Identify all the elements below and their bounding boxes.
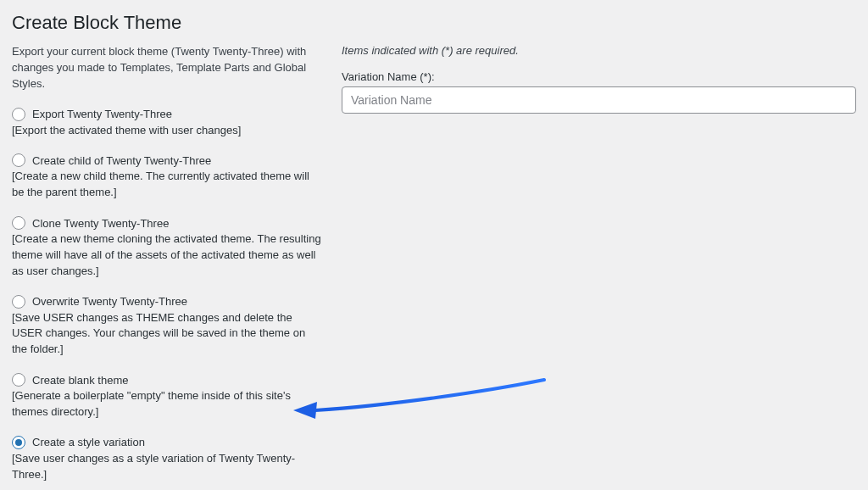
option-variation: Create a style variation [Save user chan… [12, 436, 321, 483]
radio-variation[interactable] [12, 436, 25, 449]
option-child-desc: [Create a new child theme. The currently… [12, 169, 321, 201]
option-export-desc: [Export the activated theme with user ch… [12, 123, 321, 139]
options-column: Export your current block theme (Twenty … [12, 44, 321, 490]
intro-text: Export your current block theme (Twenty … [12, 44, 321, 92]
option-blank-desc: [Generate a boilerplate "empty" theme in… [12, 388, 321, 420]
option-clone: Clone Twenty Twenty-Three [Create a new … [12, 216, 321, 280]
option-blank: Create blank theme [Generate a boilerpla… [12, 373, 321, 420]
option-clone-desc: [Create a new theme cloning the activate… [12, 231, 321, 280]
variation-name-label: Variation Name (*): [342, 70, 856, 83]
page-title: Create Block Theme [12, 8, 856, 34]
variation-name-input[interactable] [342, 86, 856, 114]
radio-clone[interactable] [12, 216, 25, 230]
required-note: Items indicated with (*) are required. [342, 44, 856, 57]
radio-export[interactable] [12, 108, 25, 121]
details-column: Items indicated with (*) are required. V… [342, 44, 856, 490]
option-variation-label[interactable]: Create a style variation [32, 436, 145, 448]
option-overwrite: Overwrite Twenty Twenty-Three [Save USER… [12, 295, 321, 359]
radio-overwrite[interactable] [12, 295, 25, 309]
option-export-label[interactable]: Export Twenty Twenty-Three [32, 108, 172, 120]
option-clone-label[interactable]: Clone Twenty Twenty-Three [32, 217, 169, 230]
option-overwrite-desc: [Save USER changes as THEME changes and … [12, 310, 321, 359]
option-child-label[interactable]: Create child of Twenty Twenty-Three [32, 154, 211, 167]
option-export: Export Twenty Twenty-Three [Export the a… [12, 108, 321, 139]
option-blank-label[interactable]: Create blank theme [32, 374, 128, 387]
option-child: Create child of Twenty Twenty-Three [Cre… [12, 153, 321, 201]
option-overwrite-label[interactable]: Overwrite Twenty Twenty-Three [32, 295, 187, 308]
radio-blank[interactable] [12, 373, 25, 387]
option-variation-desc: [Save user changes as a style variation … [12, 451, 321, 483]
radio-child[interactable] [12, 153, 25, 167]
